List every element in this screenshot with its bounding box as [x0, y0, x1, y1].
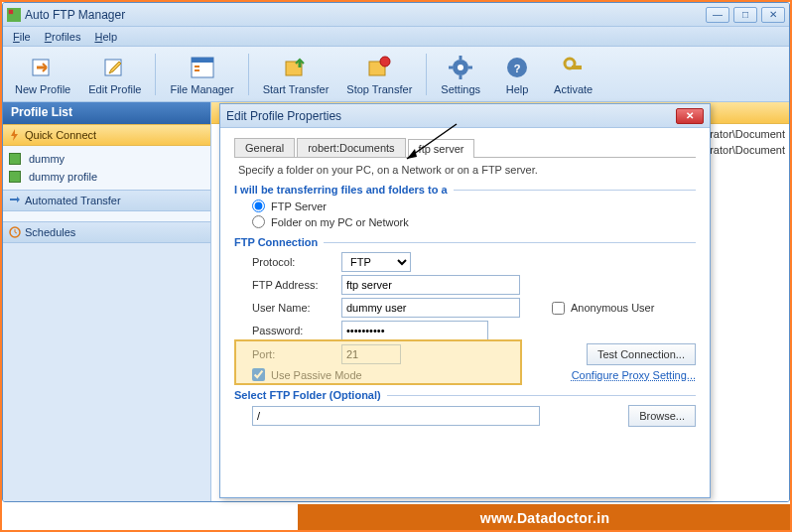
- close-button[interactable]: ✕: [761, 7, 785, 23]
- sidebar-header: Profile List: [3, 102, 210, 124]
- menu-bar: File Profiles Help: [3, 27, 789, 47]
- sidebar: Profile List Quick Connect dummy dummy p…: [3, 102, 211, 501]
- section-ftp-connection: FTP Connection: [234, 236, 696, 248]
- ftp-address-input[interactable]: [341, 275, 520, 295]
- toolbar: New Profile Edit Profile File Manager St…: [3, 47, 789, 102]
- schedules-group[interactable]: Schedules: [3, 221, 210, 243]
- dialog-close-button[interactable]: ✕: [676, 108, 704, 124]
- quick-connect-group[interactable]: Quick Connect: [3, 124, 210, 146]
- window-title: Auto FTP Manager: [25, 8, 706, 22]
- settings-button[interactable]: Settings: [435, 52, 486, 97]
- svg-rect-5: [192, 58, 213, 63]
- radio-ftp-server[interactable]: [252, 200, 265, 212]
- svg-rect-6: [195, 66, 199, 67]
- tab-robert-documents[interactable]: robert:Documents: [297, 138, 405, 157]
- protocol-label: Protocol:: [252, 256, 335, 268]
- svg-point-12: [458, 65, 463, 70]
- dialog-title-bar: Edit Profile Properties ✕: [220, 104, 710, 128]
- edit-profile-dialog: Edit Profile Properties ✕ General robert…: [219, 103, 711, 498]
- file-manager-button[interactable]: File Manager: [164, 52, 239, 97]
- browse-button[interactable]: Browse...: [628, 405, 696, 427]
- anonymous-checkbox[interactable]: [552, 302, 565, 315]
- dialog-description: Specify a folder on your PC, on a Networ…: [238, 164, 696, 176]
- menu-profiles[interactable]: Profiles: [45, 31, 81, 43]
- protocol-select[interactable]: FTP: [341, 252, 411, 272]
- svg-rect-7: [195, 69, 199, 71]
- menu-file[interactable]: File: [13, 31, 31, 43]
- footer-banner: www.Datadoctor.in: [298, 504, 792, 532]
- transfer-icon: [9, 195, 21, 206]
- section-select-folder: Select FTP Folder (Optional): [234, 389, 696, 401]
- tab-ftp-server[interactable]: ftp server: [408, 139, 475, 158]
- ftp-address-label: FTP Address:: [252, 279, 335, 291]
- help-button[interactable]: ?Help: [492, 52, 542, 97]
- radio-folder-pc[interactable]: [252, 215, 265, 228]
- automated-transfer-group[interactable]: Automated Transfer: [3, 190, 210, 211]
- svg-rect-1: [9, 9, 13, 13]
- tab-general[interactable]: General: [234, 138, 295, 157]
- profile-item[interactable]: dummy: [3, 150, 210, 168]
- section-transfer-to: I will be transferring files and folders…: [234, 184, 696, 196]
- maximize-button[interactable]: □: [733, 7, 757, 23]
- menu-help[interactable]: Help: [94, 31, 117, 43]
- start-transfer-button[interactable]: Start Transfer: [257, 52, 335, 97]
- username-input[interactable]: [341, 298, 520, 318]
- svg-rect-20: [572, 66, 582, 69]
- port-label: Port:: [252, 348, 335, 360]
- edit-profile-button[interactable]: Edit Profile: [82, 52, 147, 97]
- dialog-tabs: General robert:Documents ftp server: [234, 138, 696, 158]
- lightning-icon: [9, 129, 21, 141]
- title-bar: Auto FTP Manager — □ ✕: [3, 3, 789, 27]
- ftp-folder-input[interactable]: [252, 406, 540, 426]
- svg-point-10: [380, 57, 390, 66]
- port-input[interactable]: [341, 344, 401, 364]
- clock-icon: [9, 226, 21, 238]
- activate-button[interactable]: Activate: [548, 52, 598, 97]
- test-connection-button[interactable]: Test Connection...: [587, 343, 696, 365]
- svg-text:?: ?: [514, 63, 521, 74]
- app-icon: [7, 8, 21, 22]
- dialog-title: Edit Profile Properties: [226, 109, 676, 123]
- passive-mode-checkbox[interactable]: [252, 368, 265, 381]
- configure-proxy-link[interactable]: Configure Proxy Setting...: [572, 369, 696, 381]
- new-profile-button[interactable]: New Profile: [9, 52, 76, 97]
- stop-transfer-button[interactable]: Stop Transfer: [340, 52, 418, 97]
- minimize-button[interactable]: —: [706, 7, 729, 23]
- profile-item[interactable]: dummy profile: [3, 168, 210, 186]
- username-label: User Name:: [252, 302, 335, 314]
- password-label: Password:: [252, 325, 335, 336]
- password-input[interactable]: [341, 321, 488, 340]
